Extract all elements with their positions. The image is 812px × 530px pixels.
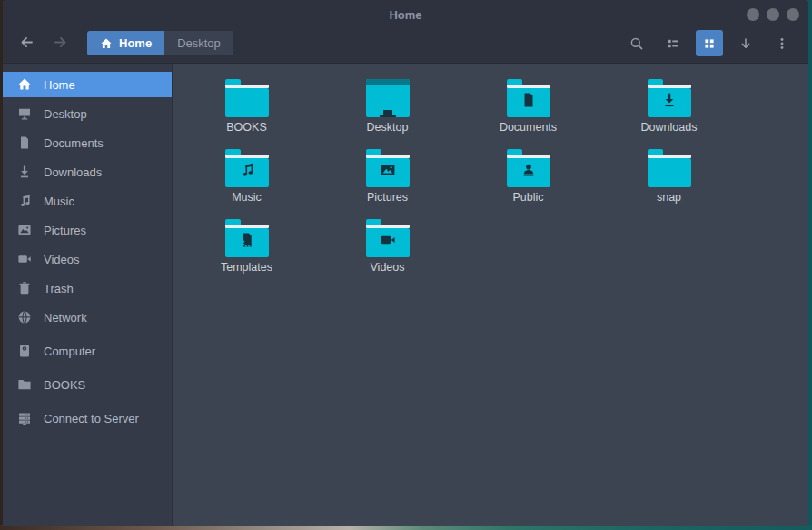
breadcrumb-home[interactable]: Home [87,31,164,55]
sidebar-item-label: Network [44,311,87,325]
folder-icon [225,149,269,187]
sort-download-button[interactable] [732,30,759,56]
folder-icon [648,79,691,117]
sidebar-item-network[interactable]: Network [3,305,172,330]
computer-icon [17,344,32,358]
breadcrumb-label: Desktop [177,36,221,50]
sidebar-item-label: Music [44,195,74,208]
window-dot-icon[interactable] [747,8,759,21]
window-controls [747,0,799,29]
download-icon [17,165,32,179]
folder-label: Desktop [367,122,409,135]
forward-arrow-icon [53,35,68,53]
toolbar-actions [614,30,796,56]
sidebar-item-label: Connect to Server [44,412,139,425]
grid-view-button[interactable] [696,30,723,56]
network-icon [17,310,32,325]
back-arrow-icon [19,35,35,53]
sidebar-item-label: Computer [44,345,95,358]
music-emblem-icon [239,162,255,178]
list-view-button[interactable] [659,30,687,56]
picture-emblem-icon [380,162,396,178]
down-arrow-icon [738,36,753,51]
home-icon [100,37,113,50]
server-icon [17,411,32,425]
titlebar[interactable]: Home [3,0,808,29]
folder-label: Public [512,192,543,205]
sidebar-item-label: Desktop [44,107,87,121]
back-button[interactable] [14,31,39,56]
folder-icon [507,149,550,187]
sidebar-item-label: Home [44,78,75,92]
folder-icon [648,149,691,187]
desktop-icon [17,106,32,121]
window-dot-icon[interactable] [787,8,799,21]
folder-documents[interactable]: Documents [458,79,599,149]
sidebar-item-trash[interactable]: Trash [3,275,172,301]
folder-public[interactable]: Public [458,149,599,219]
folder-label: Templates [221,262,272,275]
sidebar-item-label: Downloads [44,165,102,179]
trash-icon [17,281,32,295]
sidebar-item-desktop[interactable]: Desktop [3,101,172,126]
folder-icon [366,79,410,117]
search-icon [629,36,644,51]
document-emblem-icon [520,92,537,108]
download-emblem-icon [661,92,678,108]
file-grid: BOOKSDesktopDocumentsDownloadsMusicPictu… [173,64,808,526]
sidebar-item-connect-to-server[interactable]: Connect to Server [3,405,172,431]
grid-view-icon [702,36,717,51]
toolbar: HomeDesktop [3,29,808,63]
sidebar-item-books[interactable]: BOOKS [3,372,172,397]
breadcrumb: HomeDesktop [87,31,233,55]
list-view-icon [666,36,680,51]
sidebar-item-label: Pictures [44,224,86,237]
folder-icon [225,79,269,117]
sidebar-item-downloads[interactable]: Downloads [3,159,172,185]
home-icon [17,77,32,92]
folder-books[interactable]: BOOKS [176,79,317,149]
template-emblem-icon [239,232,255,248]
sidebar-item-label: BOOKS [44,378,85,392]
folder-downloads[interactable]: Downloads [599,79,739,149]
folder-music[interactable]: Music [176,149,317,219]
folder-icon [17,377,32,392]
folder-icon [225,219,269,257]
folder-desktop[interactable]: Desktop [317,79,458,149]
music-icon [17,194,32,208]
search-button[interactable] [623,30,650,56]
folder-label: Documents [500,122,557,135]
folder-videos[interactable]: Videos [317,219,458,289]
sidebar-item-label: Trash [44,282,74,295]
folder-pictures[interactable]: Pictures [317,149,458,219]
folder-icon [366,219,410,257]
folder-icon [507,79,550,117]
sidebar-item-home[interactable]: Home [3,72,172,97]
window-title: Home [389,8,421,22]
sidebar-item-label: Documents [44,136,104,150]
folder-label: Downloads [641,122,698,135]
forward-button[interactable] [47,31,73,56]
breadcrumb-label: Home [119,36,152,50]
sidebar-item-music[interactable]: Music [3,188,172,214]
folder-label: BOOKS [226,122,266,135]
sidebar-item-label: Videos [44,253,80,266]
kebab-icon [775,36,789,51]
window-dot-icon[interactable] [767,8,779,21]
breadcrumb-desktop[interactable]: Desktop [164,31,233,55]
person-emblem-icon [520,162,537,178]
nav-buttons [14,31,73,56]
picture-icon [17,223,32,237]
header: Home HomeDesktop [3,0,808,64]
sidebar-item-pictures[interactable]: Pictures [3,217,172,243]
menu-button[interactable] [768,30,796,56]
folder-templates[interactable]: Templates [176,219,317,289]
video-icon [17,252,32,266]
sidebar: HomeDesktopDocumentsDownloadsMusicPictur… [3,64,173,526]
content: HomeDesktopDocumentsDownloadsMusicPictur… [3,64,808,526]
document-icon [17,135,32,150]
folder-snap[interactable]: snap [599,149,739,219]
sidebar-item-videos[interactable]: Videos [3,246,172,272]
sidebar-item-documents[interactable]: Documents [3,130,172,155]
sidebar-item-computer[interactable]: Computer [3,338,172,364]
